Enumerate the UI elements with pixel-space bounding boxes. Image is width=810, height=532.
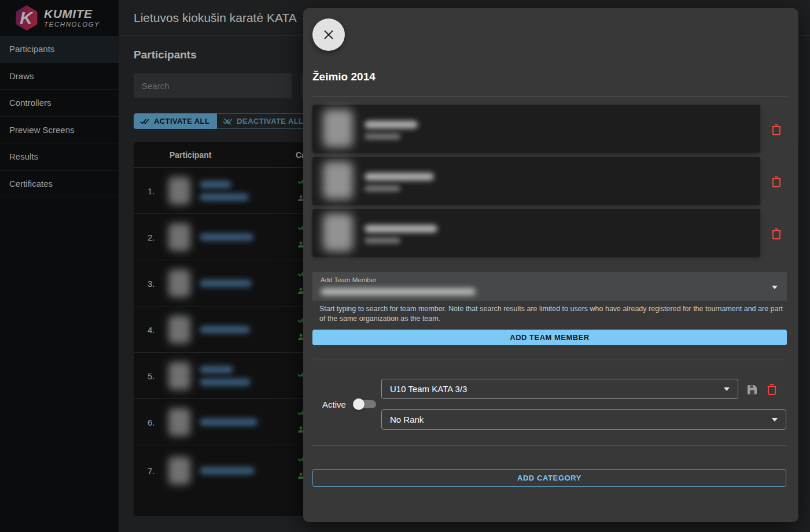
chevron-down-icon <box>772 286 778 289</box>
close-button[interactable] <box>312 19 345 51</box>
team-member-card <box>312 209 760 257</box>
active-toggle[interactable] <box>353 398 378 411</box>
category-select[interactable]: U10 Team KATA 3/3 <box>381 379 738 399</box>
toggle-knob <box>353 398 365 410</box>
member-birthdate-redacted <box>365 186 400 191</box>
delete-member-button[interactable] <box>770 175 783 189</box>
trash-icon <box>766 383 778 396</box>
member-name-redacted <box>365 173 434 180</box>
delete-category-button[interactable] <box>765 383 778 396</box>
member-name-redacted <box>365 225 437 232</box>
divider <box>312 96 787 97</box>
active-toggle-label: Active <box>322 400 346 409</box>
team-detail-modal: Žeimio 2014 Add Team Membe <box>303 8 798 522</box>
category-select-value: U10 Team KATA 3/3 <box>390 384 467 394</box>
team-member-card <box>312 157 760 205</box>
rank-select[interactable]: No Rank <box>381 409 786 430</box>
delete-member-button[interactable] <box>770 227 783 241</box>
add-team-member-button[interactable]: ADD TEAM MEMBER <box>312 330 787 345</box>
selected-member-redacted <box>321 288 476 295</box>
add-category-button[interactable]: ADD CATEGORY <box>312 469 786 487</box>
member-avatar <box>323 161 353 200</box>
rank-select-value: No Rank <box>390 415 424 424</box>
divider <box>312 445 787 446</box>
add-team-member-label: Add Team Member <box>321 276 377 283</box>
member-avatar <box>323 213 353 252</box>
trash-icon <box>771 175 782 188</box>
close-icon <box>322 28 335 41</box>
member-name-redacted <box>365 121 418 128</box>
team-member-card <box>312 105 760 153</box>
trash-icon <box>771 227 782 240</box>
add-team-member-select[interactable]: Add Team Member <box>312 272 787 301</box>
save-icon <box>746 384 758 396</box>
divider <box>312 360 787 360</box>
chevron-down-icon <box>724 387 730 391</box>
member-birthdate-redacted <box>365 238 400 243</box>
chevron-down-icon <box>772 418 778 422</box>
trash-icon <box>771 123 782 136</box>
member-birthdate-redacted <box>365 134 400 139</box>
delete-member-button[interactable] <box>770 123 783 137</box>
team-name: Žeimio 2014 <box>312 71 375 83</box>
save-category-button[interactable] <box>746 384 758 396</box>
member-avatar <box>323 109 353 147</box>
add-member-helper-text: Start typing to search for team member. … <box>319 304 787 324</box>
app-window: K KUMITE TECHNOLOGY Participants Draws C… <box>0 0 810 532</box>
